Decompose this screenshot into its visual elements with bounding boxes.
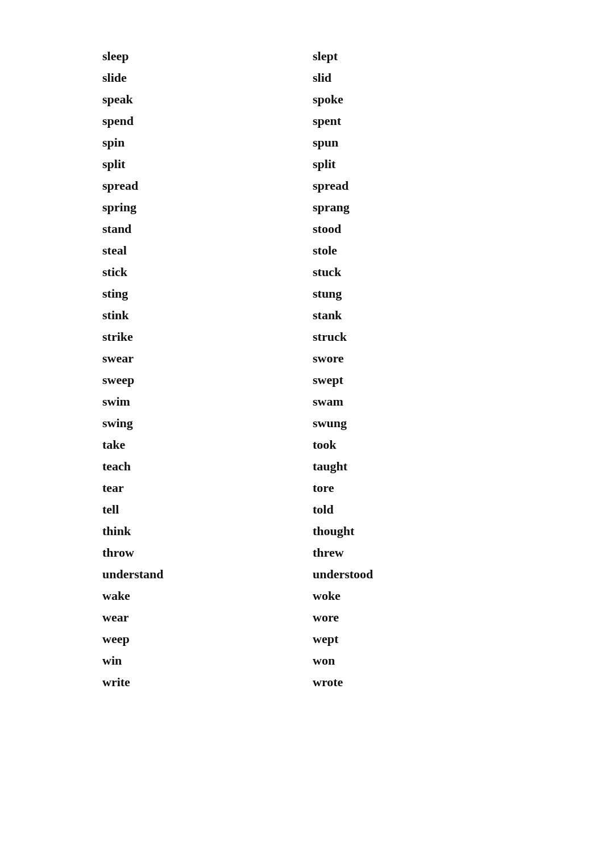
past-form: struck bbox=[307, 326, 512, 348]
past-form: stole bbox=[307, 240, 512, 261]
base-form: sleep bbox=[102, 45, 307, 67]
table-row: wearwore bbox=[102, 607, 512, 628]
base-form: spend bbox=[102, 110, 307, 132]
past-form: told bbox=[307, 499, 512, 520]
table-row: stickstuck bbox=[102, 261, 512, 283]
table-row: swimswam bbox=[102, 391, 512, 412]
verb-table: sleepsleptslideslidspeakspokespendspents… bbox=[102, 45, 512, 693]
base-form: split bbox=[102, 153, 307, 175]
table-row: throwthrew bbox=[102, 542, 512, 564]
past-form: took bbox=[307, 434, 512, 456]
base-form: tear bbox=[102, 477, 307, 499]
base-form: throw bbox=[102, 542, 307, 564]
table-row: teartore bbox=[102, 477, 512, 499]
base-form: speak bbox=[102, 89, 307, 110]
past-form: thought bbox=[307, 520, 512, 542]
table-row: splitsplit bbox=[102, 153, 512, 175]
base-form: sting bbox=[102, 283, 307, 304]
table-row: spreadspread bbox=[102, 175, 512, 197]
past-form: slid bbox=[307, 67, 512, 89]
base-form: wake bbox=[102, 585, 307, 607]
past-form: spoke bbox=[307, 89, 512, 110]
past-form: slept bbox=[307, 45, 512, 67]
table-row: writewrote bbox=[102, 671, 512, 693]
past-form: threw bbox=[307, 542, 512, 564]
base-form: weep bbox=[102, 628, 307, 650]
base-form: stick bbox=[102, 261, 307, 283]
base-form: steal bbox=[102, 240, 307, 261]
table-row: stinkstank bbox=[102, 304, 512, 326]
table-row: strikestruck bbox=[102, 326, 512, 348]
table-row: thinkthought bbox=[102, 520, 512, 542]
past-form: swung bbox=[307, 412, 512, 434]
past-form: won bbox=[307, 650, 512, 671]
table-row: standstood bbox=[102, 218, 512, 240]
base-form: swim bbox=[102, 391, 307, 412]
past-form: understood bbox=[307, 564, 512, 585]
past-form: sprang bbox=[307, 197, 512, 218]
base-form: swear bbox=[102, 348, 307, 369]
past-form: taught bbox=[307, 456, 512, 477]
base-form: strike bbox=[102, 326, 307, 348]
past-form: stung bbox=[307, 283, 512, 304]
table-row: taketook bbox=[102, 434, 512, 456]
past-form: woke bbox=[307, 585, 512, 607]
past-form: swore bbox=[307, 348, 512, 369]
table-row: speakspoke bbox=[102, 89, 512, 110]
base-form: think bbox=[102, 520, 307, 542]
base-form: spin bbox=[102, 132, 307, 153]
table-row: springsprang bbox=[102, 197, 512, 218]
base-form: slide bbox=[102, 67, 307, 89]
past-form: spread bbox=[307, 175, 512, 197]
table-row: wakewoke bbox=[102, 585, 512, 607]
table-row: slideslid bbox=[102, 67, 512, 89]
table-row: swearswore bbox=[102, 348, 512, 369]
table-row: stingstung bbox=[102, 283, 512, 304]
table-row: understandunderstood bbox=[102, 564, 512, 585]
base-form: spring bbox=[102, 197, 307, 218]
table-row: weepwept bbox=[102, 628, 512, 650]
past-form: swam bbox=[307, 391, 512, 412]
table-row: winwon bbox=[102, 650, 512, 671]
table-row: telltold bbox=[102, 499, 512, 520]
base-form: win bbox=[102, 650, 307, 671]
base-form: teach bbox=[102, 456, 307, 477]
past-form: wrote bbox=[307, 671, 512, 693]
table-row: sweepswept bbox=[102, 369, 512, 391]
past-form: split bbox=[307, 153, 512, 175]
base-form: wear bbox=[102, 607, 307, 628]
base-form: swing bbox=[102, 412, 307, 434]
base-form: tell bbox=[102, 499, 307, 520]
table-row: swingswung bbox=[102, 412, 512, 434]
past-form: stood bbox=[307, 218, 512, 240]
base-form: take bbox=[102, 434, 307, 456]
table-row: sleepslept bbox=[102, 45, 512, 67]
table-row: spinspun bbox=[102, 132, 512, 153]
past-form: tore bbox=[307, 477, 512, 499]
past-form: stuck bbox=[307, 261, 512, 283]
table-row: spendspent bbox=[102, 110, 512, 132]
past-form: wore bbox=[307, 607, 512, 628]
past-form: spent bbox=[307, 110, 512, 132]
past-form: spun bbox=[307, 132, 512, 153]
base-form: understand bbox=[102, 564, 307, 585]
base-form: sweep bbox=[102, 369, 307, 391]
past-form: stank bbox=[307, 304, 512, 326]
past-form: wept bbox=[307, 628, 512, 650]
table-row: stealstole bbox=[102, 240, 512, 261]
base-form: stand bbox=[102, 218, 307, 240]
base-form: write bbox=[102, 671, 307, 693]
base-form: spread bbox=[102, 175, 307, 197]
base-form: stink bbox=[102, 304, 307, 326]
past-form: swept bbox=[307, 369, 512, 391]
table-row: teachtaught bbox=[102, 456, 512, 477]
